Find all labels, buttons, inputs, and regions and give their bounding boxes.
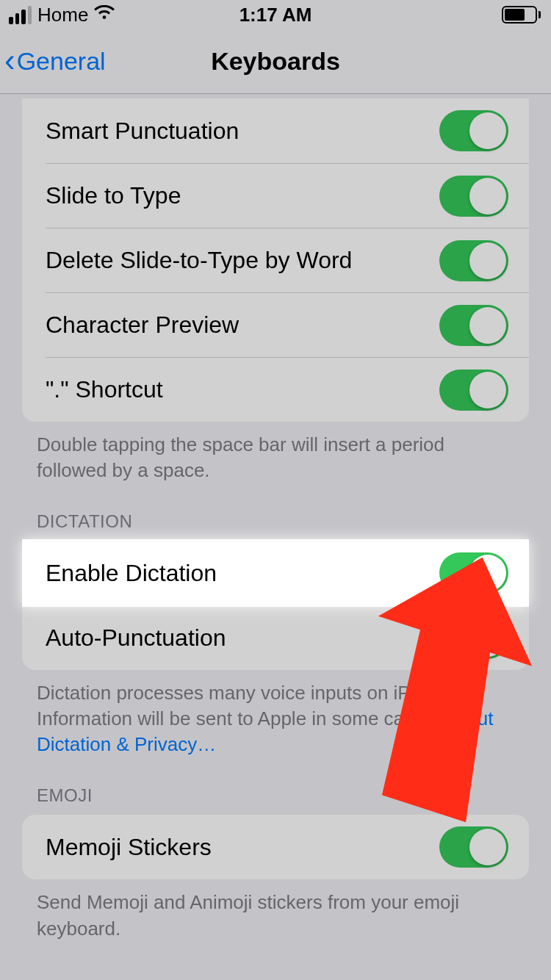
row-label: Memoji Stickers (46, 834, 212, 861)
emoji-footer: Send Memoji and Animoji stickers from yo… (0, 879, 551, 941)
row-delete-slide[interactable]: Delete Slide-to-Type by Word (46, 228, 529, 292)
carrier-label: Home (37, 4, 88, 26)
toggle-slide-to-type[interactable] (439, 176, 508, 217)
dictation-header: DICTATION (0, 483, 551, 541)
toggle-smart-punctuation[interactable] (439, 110, 508, 151)
row-smart-punctuation[interactable]: Smart Punctuation (22, 98, 529, 163)
row-label: Delete Slide-to-Type by Word (46, 247, 352, 274)
status-left: Home (9, 4, 115, 26)
chevron-left-icon: ‹ (4, 44, 15, 76)
nav-bar: ‹ General Keyboards (0, 29, 551, 94)
wifi-icon (94, 4, 115, 26)
dictation-footer-text: Dictation processes many voice inputs on… (37, 682, 458, 729)
row-label: Smart Punctuation (46, 118, 239, 145)
row-label: Slide to Type (46, 182, 181, 209)
section1-footer: Double tapping the space bar will insert… (0, 422, 551, 483)
row-period-shortcut[interactable]: "." Shortcut (46, 357, 529, 422)
page-title: Keyboards (211, 47, 340, 76)
row-label: "." Shortcut (46, 376, 163, 403)
toggle-auto-punctuation[interactable] (439, 618, 508, 659)
toggle-character-preview[interactable] (439, 305, 508, 346)
toggle-period-shortcut[interactable] (439, 370, 508, 411)
battery-icon (502, 6, 541, 24)
row-label: Character Preview (46, 311, 239, 339)
row-character-preview[interactable]: Character Preview (46, 292, 529, 357)
highlight-enable-dictation[interactable]: Enable Dictation (22, 539, 529, 607)
status-time: 1:17 AM (240, 4, 312, 26)
row-auto-punctuation[interactable]: Auto-Punctuation (46, 605, 529, 670)
back-label: General (17, 47, 106, 76)
cellular-icon (9, 6, 32, 24)
emoji-section: Memoji Stickers (22, 815, 529, 879)
emoji-header: EMOJI (0, 757, 551, 815)
toggle-enable-dictation-highlight[interactable] (439, 552, 508, 594)
toggle-delete-slide[interactable] (439, 240, 508, 281)
dictation-footer: Dictation processes many voice inputs on… (0, 670, 551, 757)
back-button[interactable]: ‹ General (4, 47, 106, 76)
row-memoji-stickers[interactable]: Memoji Stickers (22, 815, 529, 879)
row-slide-to-type[interactable]: Slide to Type (46, 163, 529, 228)
settings-content[interactable]: Smart Punctuation Slide to Type Delete S… (0, 94, 551, 980)
row-label: Enable Dictation (46, 560, 217, 587)
keyboard-options-section: Smart Punctuation Slide to Type Delete S… (22, 98, 529, 422)
toggle-memoji-stickers[interactable] (439, 826, 508, 868)
status-bar: Home 1:17 AM (0, 0, 551, 29)
row-label: Auto-Punctuation (46, 624, 226, 652)
